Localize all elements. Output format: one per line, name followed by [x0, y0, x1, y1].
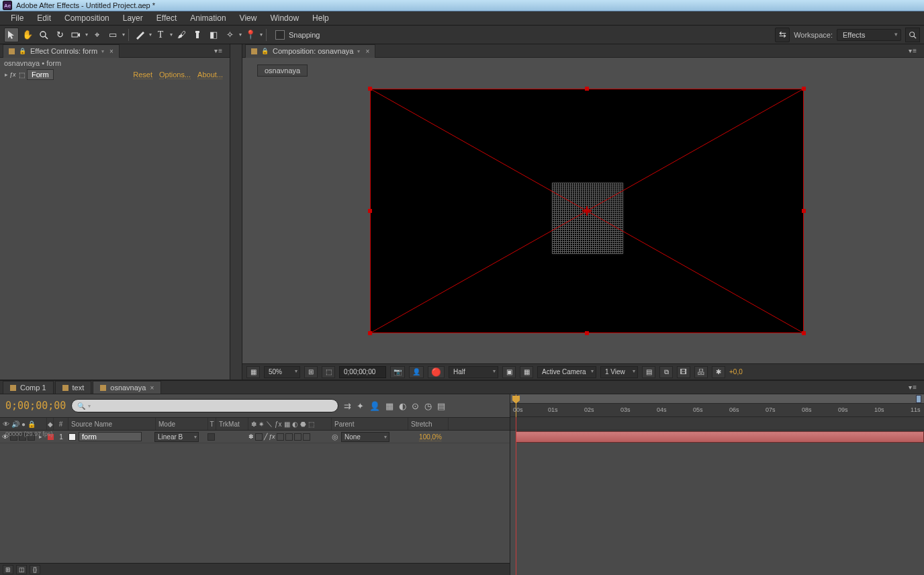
timeline-tab-comp1[interactable]: Comp 1 [3, 381, 54, 394]
lock-column-icon[interactable]: 🔒 [28, 421, 36, 428]
lock-icon[interactable]: 🔒 [261, 48, 269, 54]
search-help-icon[interactable] [905, 28, 920, 42]
camera-dropdown[interactable]: Active Camera [537, 366, 596, 378]
hand-tool-icon[interactable]: ✋ [20, 28, 35, 42]
graph-editor-icon[interactable]: ▤ [437, 401, 445, 411]
sourcename-column[interactable]: Source Name [68, 418, 156, 430]
current-time-indicator[interactable] [516, 417, 516, 575]
panel-divider-strip[interactable] [230, 44, 242, 380]
timeline-search-input[interactable]: 🔍▾ [71, 399, 338, 412]
layer-duration-bar[interactable] [516, 431, 924, 443]
audio-column-icon[interactable]: 🔊 [11, 421, 19, 428]
frame-blend-switch[interactable] [277, 433, 284, 441]
show-snapshot-icon[interactable]: 👤 [409, 366, 424, 378]
timeline-tab-text[interactable]: text [55, 381, 92, 394]
roto-tool-caret-icon[interactable]: ▾ [239, 32, 242, 38]
zoom-tool-icon[interactable] [36, 28, 51, 42]
resize-handle[interactable] [802, 87, 806, 91]
views-dropdown[interactable]: 1 View [600, 366, 638, 378]
flowchart-icon[interactable]: 品 [694, 366, 708, 378]
text-tool-caret-icon[interactable]: ▾ [170, 32, 173, 38]
close-icon[interactable]: × [150, 384, 154, 392]
index-column[interactable]: # [54, 418, 68, 430]
snapping-checkbox[interactable] [275, 30, 285, 40]
zoom-dropdown[interactable]: 50% [264, 366, 300, 378]
eraser-tool-icon[interactable]: ◧ [206, 28, 221, 42]
menu-help[interactable]: Help [306, 12, 336, 24]
layer-row[interactable]: 👁 ▸ 1 form Linear B ✽ ╱ [0, 431, 510, 443]
frame-blend-icon[interactable]: ▦ [385, 401, 394, 411]
mode-column[interactable]: Mode [156, 418, 208, 430]
quality-switch-icon[interactable]: ╱ [264, 433, 267, 440]
preserve-transparency-toggle[interactable] [207, 433, 215, 441]
panel-menu-icon[interactable]: ▾≡ [905, 384, 921, 391]
camera-tool-caret-icon[interactable]: ▾ [85, 32, 88, 38]
timeline-icon[interactable]: 🎞 [677, 366, 690, 378]
collapse-switch[interactable] [255, 433, 263, 441]
twirl-icon[interactable]: ▸ [3, 71, 9, 78]
effect-controls-tab[interactable]: 🔒 Effect Controls: form ▾ × [3, 44, 120, 58]
fx-switch-icon[interactable]: ƒx [269, 433, 275, 440]
puppet-tool-icon[interactable]: 📍 [243, 28, 258, 42]
resolution-ratio-icon[interactable]: ⊞ [304, 366, 318, 378]
lock-icon[interactable]: 🔒 [19, 48, 26, 54]
toggle-inout-icon[interactable]: {} [30, 565, 40, 574]
fx-toggle-icon[interactable]: ƒx [9, 71, 19, 78]
toggle-mask-icon[interactable]: ▦ [520, 366, 533, 378]
menu-window[interactable]: Window [263, 12, 306, 24]
video-column-icon[interactable]: 👁 [3, 421, 9, 428]
menu-composition[interactable]: Composition [58, 12, 116, 24]
resize-handle[interactable] [585, 87, 589, 91]
anchor-point-icon[interactable] [582, 206, 592, 216]
parent-dropdown[interactable]: None [341, 432, 389, 442]
effect-reset-link[interactable]: Reset [133, 71, 152, 79]
resize-handle[interactable] [802, 209, 806, 213]
resize-handle[interactable] [802, 331, 806, 335]
sync-settings-icon[interactable]: ⇆ [775, 28, 790, 42]
menu-layer[interactable]: Layer [116, 12, 150, 24]
resize-handle[interactable] [368, 87, 372, 91]
workspace-dropdown[interactable]: Effects [837, 29, 901, 41]
work-area-end-handle[interactable] [916, 395, 921, 403]
timeline-tab-osnavnaya[interactable]: osnavnaya× [93, 381, 161, 394]
menu-file[interactable]: File [4, 12, 30, 24]
pen-tool-icon[interactable] [132, 28, 147, 42]
motion-blur-switch[interactable] [285, 433, 293, 441]
menu-edit[interactable]: Edit [30, 12, 58, 24]
toggle-modes-icon[interactable]: ◫ [16, 565, 27, 574]
effect-options-link[interactable]: Options... [159, 71, 191, 79]
blend-mode-dropdown[interactable]: Linear B [154, 432, 199, 442]
resolution-dropdown[interactable]: Half [449, 366, 498, 378]
comp-mini-flowchart-icon[interactable]: ⇉ [344, 401, 351, 411]
effect-name[interactable]: Form [27, 69, 54, 80]
panel-menu-icon[interactable]: ▾≡ [905, 47, 921, 54]
pen-tool-caret-icon[interactable]: ▾ [149, 32, 152, 38]
toggle-switches-icon[interactable]: ⊞ [3, 565, 13, 574]
pan-behind-tool-icon[interactable]: ⌖ [89, 28, 104, 42]
snapshot-icon[interactable]: 📷 [390, 366, 405, 378]
effect-row[interactable]: ▸ ƒx ⬚ Form Reset Options... About... [0, 69, 230, 81]
layer-name[interactable]: form [79, 432, 142, 441]
hide-shy-icon[interactable]: 👤 [369, 401, 380, 411]
text-tool-icon[interactable]: T [153, 28, 168, 42]
region-of-interest-icon[interactable]: ⬚ [322, 366, 335, 378]
brush-tool-icon[interactable]: 🖌 [174, 28, 189, 42]
time-ruler[interactable]: 00s 01s 02s 03s 04s 05s 06s 07s 08s 09s … [510, 394, 924, 417]
3d-switch[interactable] [303, 433, 310, 441]
solo-column-icon[interactable]: ● [21, 421, 26, 428]
parent-column[interactable]: Parent [332, 418, 408, 430]
fast-preview-icon[interactable]: ⧉ [659, 366, 673, 378]
always-preview-icon[interactable]: ▦ [246, 366, 260, 378]
pickwhip-icon[interactable]: ◎ [332, 433, 338, 441]
close-icon[interactable]: × [109, 48, 113, 55]
current-time-display[interactable]: 0;00;00;00 [339, 366, 386, 378]
composition-canvas[interactable] [370, 89, 804, 333]
motion-blur-icon[interactable]: ◐ [399, 401, 406, 411]
clone-tool-icon[interactable] [190, 28, 205, 42]
adjustment-switch[interactable] [294, 433, 302, 441]
menu-animation[interactable]: Animation [183, 12, 232, 24]
timeline-track-area[interactable]: 00s 01s 02s 03s 04s 05s 06s 07s 08s 09s … [510, 394, 924, 575]
exposure-reset-icon[interactable]: ✱ [712, 366, 725, 378]
resize-handle[interactable] [368, 331, 372, 335]
panel-menu-icon[interactable]: ▾≡ [210, 47, 227, 54]
